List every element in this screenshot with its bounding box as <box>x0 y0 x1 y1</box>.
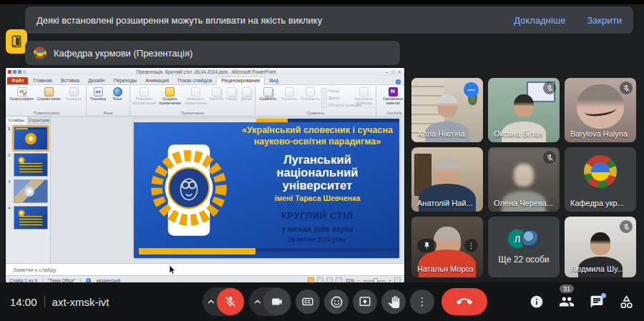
new-comment-button[interactable]: Создать примечание <box>157 87 182 110</box>
tab-animations[interactable]: Анимация <box>141 77 173 84</box>
current-slide[interactable]: «Український словесник і сучасна науково… <box>134 119 399 258</box>
group-label-onenote: OneNote <box>378 110 404 116</box>
thesaurus-button: Тезаурус <box>63 87 84 110</box>
language-button[interactable]: Язык <box>109 87 126 110</box>
tab-transitions[interactable]: Переходы <box>109 77 141 84</box>
research-button[interactable]: Справочники <box>35 87 62 110</box>
slide-sorter-view-button[interactable] <box>317 277 323 282</box>
chat-button[interactable] <box>590 295 604 309</box>
university-emblem-icon <box>142 142 235 239</box>
participant-tile-natalia[interactable]: ⋮ Наталья Мороз <box>411 217 483 277</box>
linked-notes-button[interactable]: NСвязанные заметки <box>378 87 404 110</box>
participant-tile-alla[interactable]: ••• Алла Нікітіна <box>411 78 483 142</box>
pane-tab-outline[interactable]: Структура <box>28 117 50 124</box>
top-strip <box>0 0 644 4</box>
notes-pane[interactable]: Заметки к слайду <box>6 263 404 275</box>
show-markup-button: Показать исправления <box>132 87 157 110</box>
mic-off-icon <box>623 223 630 231</box>
participant-grid: ••• Алла Нікітіна Оксана Білан Barylova … <box>411 78 636 277</box>
activities-button[interactable] <box>619 295 634 310</box>
participant-tile-barylova[interactable]: Barylova Halyna <box>565 78 636 142</box>
extension-icon[interactable] <box>6 29 27 54</box>
participant-tile-kafedra[interactable]: Кафедра укр... <box>565 147 636 212</box>
help-icon[interactable]: ? <box>396 79 401 84</box>
translate-button[interactable]: аяПеревод <box>88 87 108 110</box>
pane-tab-slides[interactable]: Слайды <box>6 117 28 124</box>
mic-options-chevron-icon[interactable] <box>208 300 215 304</box>
door-icon <box>11 35 22 48</box>
tile-menu-button[interactable]: ••• <box>464 82 479 97</box>
ribbon-group-compare: Сравнить Принять Отклонить Назад Далее О… <box>255 86 376 116</box>
meeting-control-bar: 14:00 axt-xmsk-ivt ⋮ <box>0 282 644 321</box>
tab-slideshow[interactable]: Показ слайдов <box>173 77 216 84</box>
next-change-icon <box>321 95 327 101</box>
compare-button[interactable]: Сравнить <box>257 87 279 110</box>
mic-muted-badge <box>620 82 633 94</box>
camera-toggle-button[interactable] <box>263 288 291 315</box>
participant-tile-liudmyla[interactable]: Людмила Шу... <box>565 217 636 277</box>
sticky-note-icon <box>165 87 175 97</box>
tab-review[interactable]: Рецензирование <box>216 76 265 85</box>
captions-button[interactable] <box>296 290 320 314</box>
slideshow-view-button[interactable] <box>336 277 342 282</box>
zoom-slider[interactable] <box>363 280 386 282</box>
spelling-button[interactable]: АБОрфография <box>9 87 34 110</box>
previous-comment-button: Назад <box>225 87 238 110</box>
show-participants-button[interactable]: 31 <box>559 294 575 310</box>
participant-name: Barylova Halyna <box>570 129 628 138</box>
slide-event-title: КРУГЛИЙ СТІЛ <box>241 211 394 221</box>
slide-event-subtitle: у межах днів науки <box>241 224 394 233</box>
pin-participant-button[interactable] <box>417 239 436 252</box>
participant-tile-oksana[interactable]: Оксана Білан <box>488 78 560 142</box>
thumbnail-image-2 <box>14 153 48 177</box>
participant-name: Алла Нікітіна <box>417 129 465 138</box>
collapse-ribbon-icon[interactable]: ˆ <box>392 80 394 84</box>
more-participants-tile[interactable]: Л Ще 22 особи <box>488 217 560 277</box>
leave-call-button[interactable] <box>441 288 487 315</box>
avatar-photo <box>521 229 540 248</box>
present-screen-button[interactable] <box>353 290 377 314</box>
thesaurus-book-icon <box>69 87 79 97</box>
markup-icon <box>140 87 149 97</box>
close-banner-link[interactable]: Закрити <box>587 15 622 26</box>
window-restore-button[interactable]: □ <box>391 69 394 74</box>
next-note-icon <box>242 87 251 97</box>
tile-more-options-button[interactable]: ⋮ <box>464 239 478 252</box>
slide-thumbnail-2[interactable]: 2 <box>8 153 48 177</box>
slide-thumbnail-1[interactable]: 1 <box>8 127 48 150</box>
normal-view-button[interactable] <box>308 277 314 282</box>
quick-access-toolbar[interactable] <box>6 70 26 74</box>
delete-note-icon <box>212 87 221 97</box>
tab-design[interactable]: Дизайн <box>84 77 109 84</box>
emoji-icon <box>330 295 343 309</box>
more-options-button[interactable]: ⋮ <box>410 290 434 314</box>
powerpoint-window[interactable]: Презентація_Круглий стіл_26.04.2024.pptx… <box>6 68 404 282</box>
camera-options-chevron-icon[interactable] <box>254 300 261 304</box>
mic-mute-button[interactable] <box>217 288 244 315</box>
meeting-details-button[interactable] <box>530 295 544 309</box>
person-body <box>419 250 476 277</box>
slide-editor-area[interactable]: «Український словесник і сучасна науково… <box>51 117 404 263</box>
learn-more-link[interactable]: Докладніше <box>514 15 565 26</box>
participant-tile-anatolii[interactable]: Анатолій Най... <box>411 147 483 212</box>
tab-home[interactable]: Главная <box>29 77 57 84</box>
reject-button: Отклонить <box>300 87 321 110</box>
tab-view[interactable]: Вид <box>265 77 283 84</box>
slide-thumbnail-3[interactable]: 3 <box>8 179 48 203</box>
person-body <box>419 184 476 212</box>
reading-view-button[interactable] <box>326 277 333 282</box>
delete-comment-button: Удалить <box>209 87 224 110</box>
window-minimize-button[interactable]: – <box>386 69 389 74</box>
compare-icon <box>263 87 273 97</box>
fit-to-window-button[interactable] <box>394 277 401 282</box>
tab-file[interactable]: Файл <box>7 77 28 84</box>
raise-hand-button[interactable] <box>381 290 406 314</box>
window-close-button[interactable]: × <box>398 69 401 74</box>
decor <box>19 163 42 172</box>
slide-thumbnail-4[interactable]: 4 <box>8 206 48 229</box>
tab-insert[interactable]: Вставка <box>57 77 84 84</box>
ribbon-group-comments: Показать исправления Создать примечание … <box>130 86 255 116</box>
reactions-button[interactable] <box>324 290 348 314</box>
previous-change-button: Назад <box>321 88 353 94</box>
participant-tile-olena[interactable]: Олена Черева... <box>488 147 560 212</box>
